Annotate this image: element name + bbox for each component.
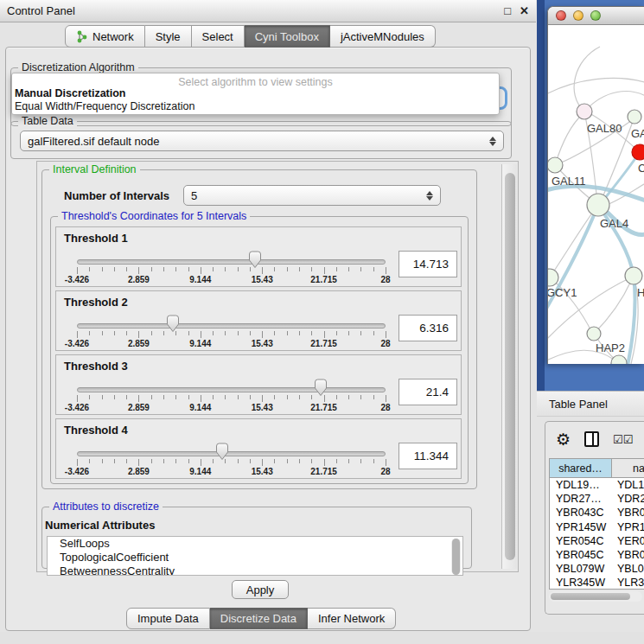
close-panel-icon[interactable]: ✕ [520,4,529,17]
table-row[interactable]: YPR145WYPR1 [550,520,644,534]
cell-shared-name[interactable]: YBL079W [550,562,612,576]
column-header-name[interactable]: na [612,459,644,477]
network-node-label: HAP2 [596,341,625,354]
threshold-value-field[interactable]: 14.713 [399,251,457,277]
threshold-row: Threshold 2-3.4262.8599.14415.4321.71528… [55,290,462,351]
attributes-scrollbar-thumb[interactable] [452,539,460,575]
threshold-slider-track[interactable] [77,451,386,456]
table-row[interactable]: YDL19…YDL1 [550,478,644,492]
node-table[interactable]: shared… na YDL19…YDL1YDR27…YDR2YBR043CYB… [549,458,644,590]
gear-icon[interactable]: ⚙ [556,431,571,448]
num-intervals-spinner-icon [426,191,433,201]
network-node[interactable] [611,355,627,364]
cell-name[interactable]: YBR0 [612,506,644,520]
cell-name[interactable]: YER0 [612,534,644,548]
cell-name[interactable]: YLR3 [612,576,644,590]
bottom-strip [0,632,644,644]
network-node-label: GCY1 [548,286,577,299]
threshold-slider-track[interactable] [77,259,386,265]
table-row[interactable]: YDR27…YDR2 [550,492,644,506]
settings-vertical-scrollbar[interactable] [501,164,517,569]
network-node[interactable] [625,267,642,284]
network-node[interactable] [577,104,592,119]
apply-button[interactable]: Apply [232,580,289,599]
numerical-attributes-list[interactable]: SelfLoopsTopologicalCoefficientBetweenne… [47,536,463,576]
threshold-label: Threshold 3 [64,360,128,373]
threshold-row: Threshold 3-3.4262.8599.14415.4321.71528… [55,354,462,415]
threshold-slider-thumb[interactable] [215,443,229,461]
threshold-slider-thumb[interactable] [314,379,328,397]
zoom-window-icon[interactable] [590,10,601,21]
network-node[interactable] [632,144,644,160]
table-row[interactable]: YER054CYER0 [550,534,644,548]
cell-shared-name[interactable]: YLR345W [550,576,612,590]
table-hscrollbar-thumb[interactable] [551,593,630,600]
table-horizontal-scrollbar[interactable] [549,591,642,602]
table-row[interactable]: YBR043CYBR0 [550,506,644,520]
checkboxes-icon[interactable]: ☑☑ [613,433,633,446]
attribute-list-item[interactable]: TopologicalCoefficient [48,551,462,564]
tab-jactivemnodules-label: jActiveMNodules [341,30,424,43]
threshold-label: Threshold 4 [64,424,128,437]
cell-shared-name[interactable]: YDL19… [550,478,612,492]
control-panel-titlebar: Control Panel □ ✕ [0,0,536,22]
minimize-window-icon[interactable] [573,10,583,21]
table-data-group: Table Data galFiltered.sif default node [10,121,512,159]
cell-shared-name[interactable]: YBR045C [550,548,612,562]
network-node[interactable] [587,327,601,341]
tab-jactivemnodules[interactable]: jActiveMNodules [330,25,436,48]
network-node[interactable] [628,110,641,124]
table-data-combobox[interactable]: galFiltered.sif default node [20,131,504,151]
column-header-shared-name[interactable]: shared… [550,459,612,477]
network-node-label: GAL80 [587,122,622,135]
threshold-slider-thumb[interactable] [248,251,262,269]
network-window-titlebar[interactable] [548,7,644,25]
tab-style[interactable]: Style [145,25,192,48]
algorithm-option-manual[interactable]: Manual Discretization [12,87,499,100]
settings-scrollbar-thumb[interactable] [505,173,515,560]
table-row[interactable]: YBL079WYBL0 [550,562,644,576]
threshold-value-field[interactable]: 11.344 [399,443,457,469]
threshold-value-field[interactable]: 6.316 [399,315,457,341]
network-node[interactable] [548,157,563,173]
cell-name[interactable]: YDR2 [612,492,644,506]
tab-discretize-data[interactable]: Discretize Data [210,608,308,629]
desktop-shadow-edge [537,0,545,391]
algorithm-option-equal-width[interactable]: Equal Width/Frequency Discretization [12,100,499,113]
float-window-icon[interactable]: □ [504,4,511,17]
table-row[interactable]: YBR045CYBR0 [550,548,644,562]
threshold-slider-track[interactable] [77,387,386,392]
num-intervals-combobox[interactable]: 5 [183,185,441,206]
tab-select[interactable]: Select [192,25,245,48]
threshold-slider-track[interactable] [77,323,386,328]
cell-shared-name[interactable]: YBR043C [550,506,612,520]
cell-shared-name[interactable]: YER054C [550,534,612,548]
threshold-slider-thumb[interactable] [166,315,180,333]
num-intervals-value: 5 [191,189,426,202]
cell-name[interactable]: YBL0 [612,562,644,576]
attributes-list-scrollbar[interactable] [451,539,461,575]
node-table-rows: YDL19…YDL1YDR27…YDR2YBR043CYBR0YPR145WYP… [550,478,644,590]
tab-infer-network[interactable]: Infer Network [308,608,396,629]
columns-icon[interactable] [584,431,599,447]
combo-spinner-icon [489,137,496,146]
cell-shared-name[interactable]: YPR145W [550,520,612,534]
node-table-header: shared… na [550,459,644,478]
threshold-value-field[interactable]: 21.4 [399,379,457,405]
attribute-list-item[interactable]: SelfLoops [48,537,462,551]
tab-network[interactable]: Network [65,25,145,48]
cell-name[interactable]: YDL1 [612,478,644,492]
tab-cyni-toolbox[interactable]: Cyni Toolbox [245,25,330,48]
close-window-icon[interactable] [556,10,566,21]
network-window[interactable]: GAL80GACGAL11GAL4GCY1HHAP2 [547,6,644,364]
table-row[interactable]: YLR345WYLR3 [550,576,644,590]
tab-impute-data[interactable]: Impute Data [126,608,210,629]
cell-name[interactable]: YBR0 [612,548,644,562]
interval-definition-title: Interval Definition [49,163,140,175]
cell-shared-name[interactable]: YDR27… [550,492,612,506]
network-node[interactable] [587,194,609,216]
network-canvas[interactable]: GAL80GACGAL11GAL4GCY1HHAP2 [548,25,644,364]
attribute-list-item[interactable]: BetweennessCentrality [48,564,462,576]
tab-network-label: Network [92,30,134,43]
cell-name[interactable]: YPR1 [612,520,644,534]
